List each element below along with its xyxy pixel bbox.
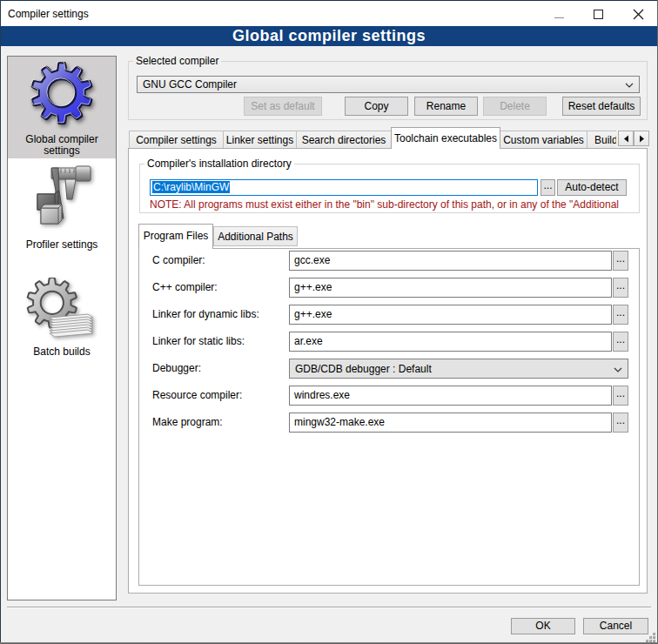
grip-dot <box>653 633 655 635</box>
tab-build-options[interactable]: Build options <box>588 131 616 149</box>
sidebar-item-profiler-settings[interactable]: Profiler settings <box>8 158 116 260</box>
tab-label: Custom variables <box>503 134 584 146</box>
delete-button[interactable]: Delete <box>483 97 547 116</box>
linker-static-label: Linker for static libs: <box>152 332 245 352</box>
c-compiler-label: C compiler: <box>152 251 205 271</box>
window-border <box>0 0 1 644</box>
resource-compiler-value: windres.exe <box>294 386 350 405</box>
resource-compiler-input[interactable]: windres.exe <box>289 386 612 406</box>
cpp-compiler-input[interactable]: g++.exe <box>289 278 612 298</box>
tab-scroll-right-button[interactable] <box>634 131 649 146</box>
selected-compiler-group-label: Selected compiler <box>133 55 221 67</box>
dialog-heading: Global compiler settings <box>1 26 657 46</box>
arrow-left-icon <box>623 135 629 143</box>
cpp-compiler-browse-button[interactable]: ... <box>613 278 628 298</box>
tab-toolchain-executables[interactable]: Toolchain executables <box>391 127 500 149</box>
button-label: Copy <box>364 97 388 115</box>
button-label: Rename <box>426 97 466 115</box>
button-label: ... <box>616 252 625 265</box>
footer-separator-highlight <box>7 607 651 608</box>
resource-compiler-label: Resource compiler: <box>152 386 242 406</box>
install-dir-note: NOTE: All programs must exist either in … <box>150 198 634 211</box>
set-as-default-button[interactable]: Set as default <box>244 97 322 116</box>
auto-detect-button[interactable]: Auto-detect <box>557 179 627 196</box>
subtab-additional-paths[interactable]: Additional Paths <box>213 226 298 246</box>
tab-linker-settings[interactable]: Linker settings <box>224 131 297 149</box>
linker-static-browse-button[interactable]: ... <box>613 332 628 352</box>
copy-button[interactable]: Copy <box>345 97 408 116</box>
install-dir-group-label: Compiler's installation directory <box>144 158 294 170</box>
rename-button[interactable]: Rename <box>414 97 478 116</box>
make-program-label: Make program: <box>152 413 223 433</box>
button-label: Cancel <box>600 619 632 634</box>
reset-defaults-button[interactable]: Reset defaults <box>562 97 641 116</box>
minimize-icon <box>554 17 564 18</box>
button-label: ... <box>616 332 625 346</box>
debugger-label: Debugger: <box>152 359 201 379</box>
install-dir-selected-text: C:\raylib\MinGW <box>152 181 230 193</box>
tab-label: Toolchain executables <box>394 132 497 144</box>
batch-builds-icon <box>24 278 100 340</box>
tab-label: Additional Paths <box>218 231 293 243</box>
debugger-value: GDB/CDB debugger : Default <box>295 359 610 379</box>
linker-dynamic-label: Linker for dynamic libs: <box>152 305 259 325</box>
selected-compiler-combo[interactable]: GNU GCC Compiler <box>137 76 640 93</box>
button-label: Set as default <box>251 97 314 115</box>
tab-scroll-left-button[interactable] <box>618 131 634 146</box>
install-dir-text: C:\raylib\MinGW <box>152 180 230 195</box>
subtab-program-files[interactable]: Program Files <box>138 224 213 249</box>
button-label: OK <box>535 619 550 634</box>
button-label: Delete <box>500 97 530 115</box>
sidebar-item-batch-builds[interactable]: Batch builds <box>8 260 116 362</box>
selected-compiler-value: GNU GCC Compiler <box>143 77 621 93</box>
linker-static-value: ar.exe <box>294 332 323 351</box>
tab-search-directories[interactable]: Search directories <box>297 131 392 149</box>
cancel-button[interactable]: Cancel <box>583 618 648 634</box>
titlebar[interactable]: Compiler settings <box>1 1 657 26</box>
cpp-compiler-value: g++.exe <box>294 278 332 297</box>
close-button[interactable] <box>633 9 644 20</box>
window-title: Compiler settings <box>8 1 89 26</box>
button-label: ... <box>616 386 625 400</box>
sidebar-item-label: Batch builds <box>8 346 116 358</box>
maximize-button[interactable] <box>594 10 603 19</box>
make-program-input[interactable]: mingw32-make.exe <box>289 413 612 433</box>
install-dir-browse-button[interactable]: ... <box>540 179 555 196</box>
tab-label: Build options <box>594 134 616 146</box>
resource-compiler-browse-button[interactable]: ... <box>613 386 628 406</box>
debugger-combo[interactable]: GDB/CDB debugger : Default <box>289 359 628 379</box>
button-label: ... <box>616 278 625 292</box>
make-program-value: mingw32-make.exe <box>294 413 385 432</box>
cpp-compiler-label: C++ compiler: <box>152 278 218 298</box>
sidebar-item-global-compiler-settings[interactable]: Global compiler settings <box>8 57 116 158</box>
chevron-down-icon <box>625 83 634 88</box>
make-program-browse-button[interactable]: ... <box>613 413 628 433</box>
linker-static-input[interactable]: ar.exe <box>289 332 612 352</box>
tab-label: Linker settings <box>226 134 293 146</box>
button-label: Reset defaults <box>568 97 635 115</box>
arrow-right-icon <box>639 135 645 143</box>
ok-button[interactable]: OK <box>511 618 575 634</box>
button-label: ... <box>616 305 625 319</box>
tab-custom-variables[interactable]: Custom variables <box>500 131 588 149</box>
profiler-caliper-icon <box>27 164 97 234</box>
c-compiler-value: gcc.exe <box>294 252 330 270</box>
dialog-heading-text: Global compiler settings <box>232 26 426 46</box>
linker-dynamic-input[interactable]: g++.exe <box>289 305 612 325</box>
c-compiler-input[interactable]: gcc.exe <box>289 251 612 271</box>
linker-dynamic-browse-button[interactable]: ... <box>613 305 628 325</box>
linker-dynamic-value: g++.exe <box>294 305 332 324</box>
grip-dot <box>653 636 655 639</box>
button-label: Auto-detect <box>565 180 618 195</box>
tab-label: Compiler settings <box>136 134 217 146</box>
sidebar-item-label: Global compiler settings <box>8 134 116 157</box>
install-dir-input[interactable]: C:\raylib\MinGW <box>150 179 538 196</box>
tab-label: Program Files <box>144 230 209 242</box>
blue-gear-icon <box>27 58 97 128</box>
tab-label: Search directories <box>302 134 386 146</box>
tab-compiler-settings[interactable]: Compiler settings <box>129 131 224 149</box>
category-list: Global compiler settings <box>7 56 117 600</box>
button-label: ... <box>616 413 625 427</box>
c-compiler-browse-button[interactable]: ... <box>613 251 628 271</box>
button-label: ... <box>543 180 552 191</box>
